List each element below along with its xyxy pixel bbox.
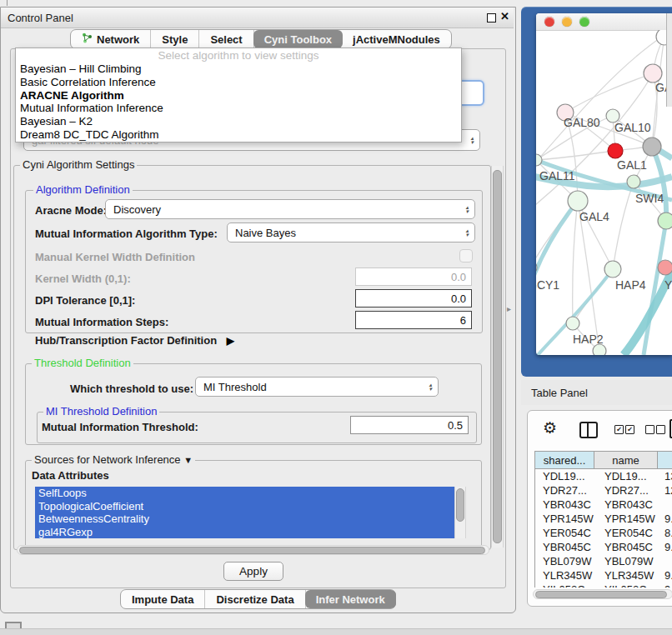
column-header-1[interactable]: shared...: [535, 452, 594, 469]
scrollbar-thumb[interactable]: [493, 170, 502, 543]
network-window-titlebar[interactable]: [536, 13, 672, 31]
which-threshold-select[interactable]: MI Threshold ▴▾: [195, 377, 439, 397]
dpi-tolerance-input[interactable]: 0.0: [355, 289, 472, 308]
network-window[interactable]: GALGAL80GAL10GAL11GAL1SWI4GAL4GCY1HAP4YH…: [536, 13, 672, 355]
kernel-width-label: Kernel Width (0,1):: [35, 272, 131, 285]
table-panel-header[interactable]: Table Panel: [521, 380, 672, 405]
table-row[interactable]: YDL19...YDL19...13: [535, 469, 672, 483]
attribute-list-item[interactable]: BetweennessCentrality: [35, 512, 454, 526]
checked-box-icon[interactable]: ✔: [625, 425, 634, 434]
settings-horizontal-scrollbar[interactable]: [17, 545, 489, 555]
tab-cyni-toolbox[interactable]: Cyni Toolbox: [253, 30, 343, 48]
table-cell: 9.: [658, 541, 672, 553]
tab-discretize-data[interactable]: Discretize Data: [205, 590, 305, 608]
dpi-tolerance-label: DPI Tolerance [0,1]:: [35, 294, 135, 307]
table-cell: YLR345W: [535, 569, 594, 582]
attribute-list-item[interactable]: TopologicalCoefficient: [35, 500, 454, 513]
mi-steps-input[interactable]: 6: [355, 311, 472, 329]
stepper-icon: ▴▾: [465, 228, 469, 237]
tab-impute-data[interactable]: Impute Data: [121, 590, 205, 608]
table-row[interactable]: YBR045CYBR045C9.: [535, 540, 672, 554]
apply-button[interactable]: Apply: [223, 562, 283, 581]
network-canvas[interactable]: GALGAL80GAL10GAL11GAL1SWI4GAL4GCY1HAP4YH…: [536, 30, 672, 355]
dropdown-items: Bayesian – Hill ClimbingBasic Correlatio…: [16, 62, 461, 142]
algorithm-option[interactable]: Bayesian – Hill Climbing: [16, 62, 461, 76]
node-label: GAL1: [617, 158, 647, 172]
network-node[interactable]: [568, 191, 588, 211]
table-row[interactable]: YDR27...YDR27...12: [535, 483, 672, 498]
minimize-traffic-light-icon[interactable]: [562, 17, 572, 27]
zoom-traffic-light-icon[interactable]: [579, 17, 589, 27]
column-header-2[interactable]: name: [594, 452, 658, 469]
kernel-width-input[interactable]: 0.0: [355, 268, 472, 286]
scrollbar-thumb[interactable]: [456, 488, 464, 522]
expand-right-icon[interactable]: ▶: [227, 335, 234, 347]
scrollbar-thumb[interactable]: [19, 547, 485, 554]
tab-select[interactable]: Select: [199, 30, 253, 48]
data-attributes-list[interactable]: SelfLoopsTopologicalCoefficientBetweenne…: [35, 487, 454, 538]
attribute-list-item[interactable]: gal4RGexp: [35, 526, 454, 539]
settings-vertical-scrollbar[interactable]: [491, 166, 504, 548]
table-row[interactable]: YBL079WYBL079W: [535, 554, 672, 568]
algorithm-option[interactable]: Bayesian – K2: [16, 115, 461, 128]
node-label: HAP4: [615, 278, 646, 292]
hub-definition-toggle[interactable]: Hub/Transcription Factor Definition ▶: [35, 334, 234, 347]
network-node[interactable]: [643, 138, 661, 156]
mi-type-select[interactable]: Naive Bayes ▴▾: [227, 222, 475, 242]
close-traffic-light-icon[interactable]: [544, 17, 554, 27]
tab-style[interactable]: Style: [151, 30, 199, 48]
table-cell: YIL052C: [594, 583, 658, 588]
manual-kernel-checkbox[interactable]: [459, 249, 473, 262]
attribute-list-item[interactable]: SelfLoops: [35, 487, 454, 500]
network-node[interactable]: [658, 212, 672, 229]
aracne-mode-select[interactable]: Discovery ▴▾: [105, 199, 475, 219]
collapse-down-icon[interactable]: ▼: [183, 455, 193, 465]
table-cell: YIL052C: [535, 583, 594, 588]
table-cell: YDL19...: [535, 470, 594, 482]
table-panel: ⚙ ✔ ✔ shared...nameA YDL19...YDL19...13Y…: [527, 410, 672, 607]
network-node[interactable]: [566, 317, 579, 330]
sources-title[interactable]: Sources for Network Inference ▼: [32, 454, 195, 466]
algorithm-dropdown-list[interactable]: Select algorithm to view settings Bayesi…: [15, 48, 462, 142]
scrollbar-thumb[interactable]: [535, 591, 667, 598]
algorithm-option[interactable]: Dream8 DC_TDC Algorithm: [16, 128, 461, 142]
float-window-icon[interactable]: [487, 13, 496, 22]
stepper-icon: ▴▾: [470, 136, 474, 144]
node-label: Y: [664, 278, 672, 292]
aracne-mode-label: Aracne Mode:: [35, 204, 107, 217]
columns-icon[interactable]: [579, 422, 598, 438]
algorithm-option[interactable]: Mutual Information Inference: [16, 102, 461, 115]
close-icon[interactable]: ✕: [500, 10, 509, 22]
list-vertical-scrollbar[interactable]: [454, 487, 466, 538]
unchecked-box-icon[interactable]: [645, 425, 654, 434]
table-row[interactable]: YLR345WYLR345W9.: [535, 568, 672, 582]
table-horizontal-scrollbar[interactable]: [533, 589, 672, 599]
network-node[interactable]: [644, 64, 662, 82]
gear-icon[interactable]: ⚙: [543, 418, 557, 438]
table-row[interactable]: YPR145WYPR145W9.: [535, 512, 672, 526]
panel-splitter-icon[interactable]: ▸: [507, 304, 511, 313]
background-spinner[interactable]: [459, 80, 484, 106]
node-label: GAL4: [579, 210, 609, 223]
table-header-row: shared...nameA: [534, 451, 672, 469]
checked-box-icon[interactable]: ✔: [614, 425, 624, 434]
network-node[interactable]: [627, 175, 640, 188]
table-cell: YDL19...: [594, 470, 658, 482]
algorithm-option[interactable]: Basic Correlation Inference: [16, 76, 461, 89]
table-row[interactable]: YER054CYER054C8.: [535, 526, 672, 540]
tab-infer-network[interactable]: Infer Network: [305, 590, 396, 608]
tab-network[interactable]: Network: [71, 30, 151, 48]
column-header-3[interactable]: A: [658, 452, 672, 469]
table-row[interactable]: YIL052CYIL052C9: [535, 582, 672, 588]
mi-threshold-input[interactable]: 0.5: [350, 416, 469, 434]
network-node[interactable]: [658, 260, 672, 275]
algorithm-option[interactable]: ARACNE Algorithm: [16, 89, 461, 102]
network-node[interactable]: [604, 261, 621, 278]
unchecked-box-icon[interactable]: [656, 425, 665, 434]
control-panel-titlebar[interactable]: Control Panel: [1, 8, 514, 28]
tab-jactivemnodules[interactable]: jActiveMNodules: [342, 30, 451, 48]
group-title: Cyni Algorithm Settings: [20, 159, 137, 170]
table-cell: 9.: [658, 569, 672, 582]
network-node[interactable]: [608, 143, 623, 158]
table-row[interactable]: YBR043CYBR043C: [535, 498, 672, 512]
